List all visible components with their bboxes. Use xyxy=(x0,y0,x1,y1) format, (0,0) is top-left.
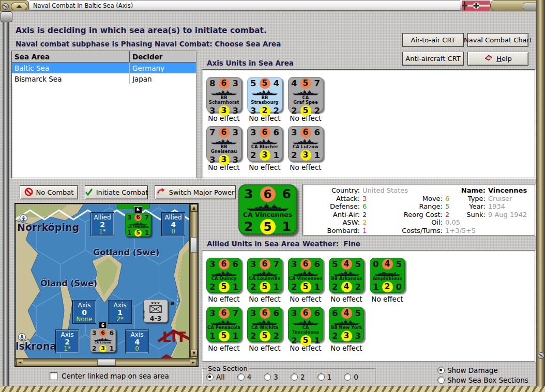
value-right: 2 xyxy=(274,331,279,341)
window-control-cluster[interactable] xyxy=(0,0,29,11)
info-value: 1+3/5+5 xyxy=(445,227,476,235)
counter-values: 863 xyxy=(207,77,241,89)
no-combat-button[interactable]: No Combat xyxy=(20,185,78,199)
unit-counter-amphibious[interactable]: 045Amphibious120 xyxy=(370,258,405,293)
value-left: 3 xyxy=(209,308,215,318)
display-radio-show-damage[interactable]: Show Damage xyxy=(437,366,528,374)
anchor-port-icon xyxy=(18,333,26,341)
sea-section-radio-3[interactable]: 3 xyxy=(264,373,278,381)
scroll-left-icon[interactable]: ◄ xyxy=(16,359,23,366)
help-book-icon xyxy=(484,54,493,63)
center-map-option[interactable]: Center linked map on sea area xyxy=(50,372,169,380)
unit-counter-bb-scharnhorst[interactable]: 863BB Scharnhorst333 xyxy=(206,77,241,112)
radio-icon[interactable] xyxy=(437,377,445,384)
anti-aircraft-crt-button[interactable]: Anti-aircraft CRT xyxy=(402,52,464,66)
counter-values: 333 xyxy=(207,154,241,165)
radio-icon[interactable] xyxy=(291,373,298,381)
sea-box-axis-0-2: Axis0None xyxy=(72,300,96,324)
counter-name: CA Vincennes xyxy=(289,276,323,281)
value-left: 7 xyxy=(209,128,215,137)
unit-cell-ca-graf-spee: 457CAGraf Spee252No effect xyxy=(288,77,323,122)
radio-icon[interactable] xyxy=(437,367,445,374)
table-row-baltic-sea[interactable]: Baltic SeaGermany xyxy=(12,62,196,73)
radio-icon[interactable] xyxy=(344,373,351,381)
unit-counter-ca-tuscaloosa[interactable]: 366CA Tuscaloosa251 xyxy=(288,307,323,342)
stack-count-badge: 6 xyxy=(99,322,107,329)
map-vertical-scrollbar[interactable]: ▲ ▼ xyxy=(189,204,198,358)
scroll-down-icon[interactable]: ▼ xyxy=(190,350,198,357)
sea-section-radio-2[interactable]: 2 xyxy=(291,373,305,381)
baltic-sea-map[interactable]: NorrköpingGotland (Swe)Öland (Swe)lskron… xyxy=(14,203,199,367)
naval-combat-chart-button[interactable]: Naval Combat Chart xyxy=(467,33,528,47)
unit-counter-ca-l-tzow[interactable]: 366CA Lützow231 xyxy=(90,328,116,352)
dialog-content: Axis is deciding in which sea area(s) to… xyxy=(0,11,545,386)
infantry-designation: XIII Inf xyxy=(142,310,145,319)
value-right: 1 xyxy=(110,345,114,352)
sea-section-radio-4[interactable]: 4 xyxy=(237,373,252,381)
vertical-scroll-thumb[interactable] xyxy=(190,237,197,253)
unit-counter-ca-bl-cher[interactable]: 366CA Blücher231 xyxy=(247,126,282,161)
center-map-checkbox[interactable] xyxy=(50,372,57,380)
damage-status: No effect xyxy=(247,163,282,171)
grip-icon xyxy=(523,3,537,10)
page-title: Axis is deciding in which sea area(s) to… xyxy=(16,26,267,35)
counter-name: CA Pensacola xyxy=(126,226,150,229)
sea-section-radio-0[interactable]: 0 xyxy=(344,373,358,381)
value-left: 5 xyxy=(332,259,338,269)
sea-box-value: 4 xyxy=(162,221,185,228)
cell-sea-area: Baltic Sea xyxy=(12,64,129,72)
unit-counter-ca-pensacola[interactable]: 367CA Pensacola151 xyxy=(206,307,241,342)
radio-icon[interactable] xyxy=(237,373,245,381)
value-right: 6 xyxy=(282,186,291,201)
table-row-bismarck-sea[interactable]: Bismarck SeaJapan xyxy=(12,73,196,84)
radio-icon[interactable] xyxy=(206,373,214,381)
value-center: 5 xyxy=(300,281,311,292)
unit-counter-bb-strasbourg[interactable]: 554BB Strasbourg322 xyxy=(247,77,282,112)
radio-icon[interactable] xyxy=(264,373,271,381)
value-center: 6 xyxy=(99,330,107,337)
unit-counter-ca-vincennes[interactable]: 366CA Vincennes251 xyxy=(238,184,297,234)
info-value: 9 Aug 1942 xyxy=(488,211,527,219)
scroll-up-icon[interactable]: ▲ xyxy=(190,205,198,212)
unit-counter-bb-arkansas[interactable]: 545BB Arkansas242 xyxy=(329,258,364,293)
unit-counter-ca-pensacola[interactable]: 367CA Pensacola151 xyxy=(125,213,151,237)
rollup-button[interactable] xyxy=(11,3,27,10)
cell-decider: Japan xyxy=(129,73,195,84)
unit-counter-ca-l-tzow[interactable]: 366CA Lützow231 xyxy=(288,126,323,161)
switch-major-power-button[interactable]: Switch Major Power xyxy=(155,185,236,199)
counter-values: 251 xyxy=(248,281,282,292)
display-radio-show-sea-box-sections[interactable]: Show Sea Box Sections xyxy=(437,376,528,384)
radio-label: 3 xyxy=(274,373,278,381)
counter-values: 367 xyxy=(126,213,150,221)
infantry-counter-4-3[interactable]: xxx4-3XIII Inf xyxy=(143,299,168,323)
value-left: 3 xyxy=(291,259,297,269)
unit-counter-ca-wichita[interactable]: 366CA Wichita252 xyxy=(247,307,282,342)
title-bar[interactable]: Naval Combat In Baltic Sea (Axis) xyxy=(0,0,545,11)
unit-cell-ca-l-tzow: 366CA Lützow231No effect xyxy=(288,126,323,171)
radio-icon[interactable] xyxy=(317,373,325,381)
sea-section-radio-1[interactable]: 1 xyxy=(317,373,332,381)
unit-counter-ca-vincennes[interactable]: 366CA Vincennes251 xyxy=(288,258,323,293)
value-right: 1 xyxy=(314,336,320,346)
initiate-combat-button[interactable]: Initiate Combat xyxy=(85,185,148,199)
screw-icon xyxy=(538,352,544,359)
air-to-air-crt-button[interactable]: Air-to-air CRT xyxy=(402,33,464,47)
help-button[interactable]: Help xyxy=(467,52,528,66)
value-center: 3 xyxy=(99,345,107,352)
unit-counter-ca-louisville[interactable]: 367CA Louisville251 xyxy=(247,258,282,293)
scroll-right-icon[interactable]: ► xyxy=(190,359,197,366)
unit-counter-bb-gneisenau[interactable]: 763BB Gneisenau333 xyxy=(206,126,241,161)
unit-counter-ca-quincy[interactable]: 366CA Quincy251 xyxy=(206,258,241,293)
unit-counter-bb-new-york[interactable]: 645BB New York233 xyxy=(329,307,364,342)
sea-box-axis-1-3: Axis12* xyxy=(108,300,132,324)
unit-counter-ca-graf-spee[interactable]: 457CAGraf Spee252 xyxy=(288,77,323,112)
value-right: 2 xyxy=(355,282,361,292)
sea-section-radio-all[interactable]: All xyxy=(206,373,225,381)
counter-name: BB Arkansas xyxy=(329,276,364,281)
horizontal-scroll-thumb[interactable] xyxy=(97,359,116,366)
naval-combat-window: Naval Combat In Baltic Sea (Axis) Axis i… xyxy=(0,0,545,392)
value-center: 5 xyxy=(260,331,270,341)
infantry-strength: 4-3 xyxy=(144,315,168,322)
map-horizontal-scrollbar[interactable]: ◄ ► xyxy=(16,358,198,366)
value-center: 6 xyxy=(219,259,230,270)
